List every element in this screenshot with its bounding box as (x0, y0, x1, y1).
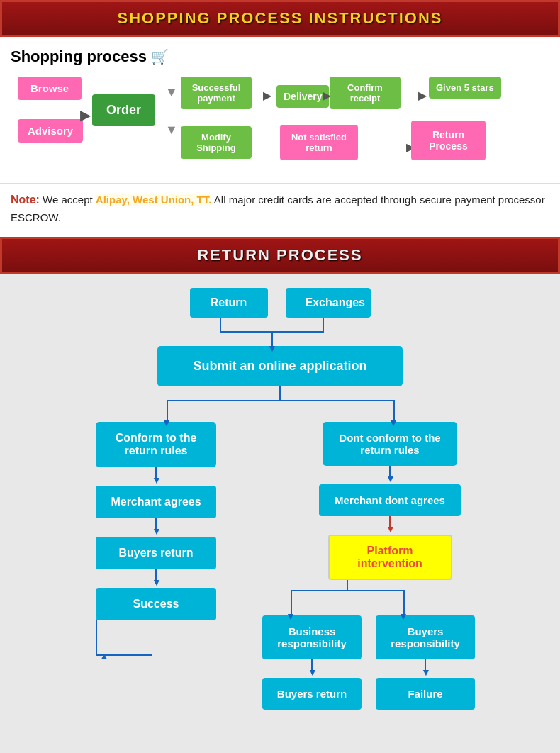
buyers-return-right-box: Buyers return (262, 678, 362, 710)
dont-conform-rules-box: Dont conform to the return rules (323, 422, 457, 466)
failure-box: Failure (376, 678, 475, 710)
top-buttons-row: Return Exchanges (190, 288, 371, 318)
platform-intervention-box: Platform intervention (328, 535, 452, 580)
delivery-box: Delivery (276, 85, 329, 108)
exchanges-button[interactable]: Exchanges (286, 288, 371, 318)
return-section: Return Exchanges ▼ Submit an online appl… (0, 274, 560, 731)
right-bottom-col: Buyers responsibility ▼ Failure (376, 615, 475, 710)
right-flow-col: Dont conform to the return rules ▼ Merch… (312, 422, 468, 710)
modify-shipping-box: Modify Shipping (181, 126, 252, 159)
return-button[interactable]: Return (190, 288, 268, 318)
note-paragraph: Note: We accept Alipay, West Union, TT. … (11, 191, 549, 226)
submit-application-box[interactable]: Submit an online application (157, 346, 402, 386)
merchant-agrees-box: Merchant agrees (96, 486, 216, 518)
arrow-order-modify: ▼ (165, 123, 178, 138)
left-flow-col: Conform to the return rules ▼ Merchant a… (92, 422, 220, 656)
business-responsibility-box: Business responsibility (262, 615, 362, 659)
not-satisfied-return-box: Not satisfied return (280, 125, 358, 160)
return-title: RETURN PROCESS (9, 246, 551, 264)
success-box: Success (96, 588, 216, 620)
main-header: SHOPPING PROCESS INSTRUCTIONS (0, 0, 560, 37)
main-title: SHOPPING PROCESS INSTRUCTIONS (9, 9, 551, 28)
5stars-box: Given 5 stars (429, 77, 501, 99)
merchant-dont-agrees-box: Merchant dont agrees (319, 484, 461, 516)
note-text-before: We accept (43, 194, 96, 206)
arrow-success-delivery: ▶ (263, 89, 271, 102)
note-section: Note: We accept Alipay, West Union, TT. … (0, 183, 560, 237)
browse-box: Browse (18, 77, 82, 100)
order-box: Order (92, 94, 155, 126)
buyers-return-left-box: Buyers return (96, 537, 216, 569)
bag-icon: 🛒 (151, 49, 169, 65)
arrow-to-order: ▶ (80, 106, 91, 123)
conform-rules-box: Conform to the return rules (96, 422, 216, 467)
shopping-title: Shopping process 🛒 (11, 48, 549, 66)
return-header: RETURN PROCESS (0, 237, 560, 274)
buyers-responsibility-box: Buyers responsibility (376, 615, 475, 659)
shopping-flow-diagram: Browse Advisory ▶ Order ▼ Successful pay… (11, 77, 549, 169)
shopping-section: Shopping process 🛒 Browse Advisory ▶ Ord… (0, 37, 560, 183)
shopping-title-text: Shopping process (11, 48, 147, 65)
arrow-confirm-stars: ▶ (418, 89, 427, 102)
arrow-order-success: ▼ (165, 85, 178, 100)
note-label: Note: (11, 194, 40, 206)
confirm-receipt-box: Confirm receipt (330, 77, 401, 109)
return-process-box: Return Process (411, 121, 486, 160)
note-highlight: Alipay, West Union, TT. (96, 194, 212, 206)
return-diagram: Return Exchanges ▼ Submit an online appl… (21, 288, 539, 710)
successful-payment-box: Successful payment (181, 77, 252, 109)
left-bottom-col: Business responsibility ▼ Buyers return (262, 615, 362, 710)
advisory-box: Advisory (18, 119, 83, 143)
